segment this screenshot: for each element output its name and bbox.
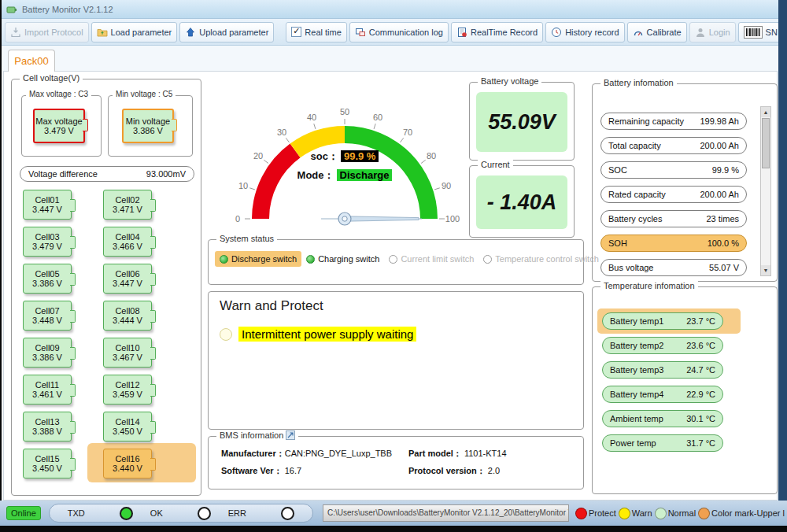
history-record-button[interactable]: History record [545,22,624,42]
cell-name: Cell13 [35,417,59,427]
scroll-down-icon[interactable]: ▼ [761,265,770,275]
temp-battery-temp2[interactable]: Battery temp223.6 °C [602,337,723,354]
tab-pack00[interactable]: Pack00 [8,50,55,72]
realtime-record-button[interactable]: RealTime Record [451,22,543,42]
cell-button-07[interactable]: Cell073.448 V [23,301,72,331]
radio-off-icon [483,255,492,264]
temp-battery-temp3[interactable]: Battery temp324.7 °C [602,361,723,379]
bms-detail-icon[interactable] [286,430,295,440]
switch-charging[interactable]: Charging switch [301,251,384,267]
switch-row: Discharge switch Charging switch Current… [215,251,604,267]
cell-button-08[interactable]: Cell083.444 V [103,301,152,331]
cell-button-13[interactable]: Cell133.388 V [23,412,72,441]
temperature-info-title: Temperature infomation [600,281,698,290]
cell-button-01[interactable]: Cell013.447 V [23,190,72,220]
legend-color-mark: Color mark-Upper l [698,508,785,519]
button-label: Login [709,28,730,37]
cell-button-16[interactable]: Cell163.440 V [103,449,152,478]
info-total-capacity[interactable]: Total capacity200.00 Ah [600,137,747,154]
scroll-up-icon[interactable]: ▲ [761,107,770,117]
temp-battery-temp4[interactable]: Battery temp422.9 °C [602,386,723,403]
legend-normal: Normal [655,508,696,519]
current-value: - 1.40A [476,175,567,229]
cell-button-04[interactable]: Cell043.466 V [103,227,152,257]
cell-name: Cell16 [115,454,139,464]
temp-value: 24.7 °C [686,365,715,375]
warn-protect-panel: Warn and Protect Intermittent power supp… [208,291,584,430]
real-time-toggle[interactable]: Real time [286,22,346,42]
info-remaining-capacity[interactable]: Remaining capacity199.98 Ah [600,113,747,130]
calibrate-gauge-icon [633,27,644,38]
info-soc[interactable]: SOC99.9 % [600,161,747,179]
temp-battery-temp1[interactable]: Battery temp123.7 °C [602,312,723,330]
gauge-needle [345,216,419,221]
gauge-tick-label: 100 [445,214,460,224]
file-path-field: C:\Users\user\Downloads\BatteryMonitor V… [323,504,569,522]
warn-row: Intermittent power supply waiting [220,327,416,342]
info-battery-cycles[interactable]: Battery cycles23 times [600,210,747,227]
cell-voltage-panel: Cell voltage(V) Max voltage : C3 Max vol… [11,79,201,496]
gauge-tick-label: 60 [373,113,382,122]
cell-voltage: 3.461 V [32,390,62,399]
sn-button[interactable]: SN [738,22,783,42]
max-voltage-value: 3.479 V [44,126,74,135]
cell-button-14[interactable]: Cell143.450 V [103,412,152,441]
soc-gauge: 0 10 20 30 40 50 60 70 80 90 100 soc：99.… [211,93,478,242]
import-icon [10,27,21,38]
max-voltage-group: Max voltage : C3 Max voltage 3.479 V [21,95,102,157]
switch-current-limit: Current limit switch [384,251,478,267]
window-left-edge [0,0,2,532]
switch-label: Charging switch [318,254,379,264]
battery-info-scrollbar[interactable]: ▲ ▼ [760,106,771,276]
cell-button-03[interactable]: Cell033.479 V [23,227,72,257]
temp-ambient[interactable]: Ambient temp30.1 °C [602,410,723,427]
cell-voltage: 3.447 V [32,205,62,214]
cell-voltage: 3.388 V [32,427,62,436]
radio-on-icon [220,255,228,264]
temp-power[interactable]: Power temp31.7 °C [602,434,723,452]
cell-name: Cell08 [115,306,139,316]
cell-button-05[interactable]: Cell053.386 V [23,264,72,294]
cell-button-11[interactable]: Cell113.461 V [23,375,72,405]
gauge-tick-label: 50 [340,107,349,116]
cell-button-15[interactable]: Cell153.450 V [23,449,72,478]
warn-color-icon [619,508,630,519]
txd-status: TXD [68,507,133,520]
colormark-color-icon [698,508,710,519]
ok-label: OK [150,508,163,518]
cell-button-09[interactable]: Cell093.386 V [23,338,72,368]
calibrate-button[interactable]: Calibrate [627,22,687,42]
window-right-edge [778,0,787,501]
current-title: Current [478,160,513,169]
cell-voltage: 3.386 V [32,353,62,362]
err-status: ERR [228,507,294,520]
switch-discharge[interactable]: Discharge switch [215,251,301,267]
battery-info-title: Battery infomation [600,78,677,87]
switch-label: Current limit switch [401,254,474,264]
temp-label: Battery temp1 [610,316,663,326]
bms-info-title: BMS information [216,430,298,440]
scroll-thumb[interactable] [762,118,770,168]
cell-button-06[interactable]: Cell063.447 V [103,264,152,294]
communication-log-button[interactable]: Communication log [349,22,449,42]
temperature-info-panel: Temperature infomation Battery temp123.7… [592,286,778,494]
temp-value: 23.6 °C [686,341,715,350]
max-voltage-button[interactable]: Max voltage 3.479 V [33,109,85,143]
min-voltage-button[interactable]: Min voltage 3.386 V [122,109,174,143]
system-status-title: System status [216,234,277,243]
info-bus-voltage[interactable]: Bus voltage55.07 V [600,259,747,276]
info-soh[interactable]: SOH100.0 % [600,235,747,252]
ok-status: OK [150,507,211,520]
load-parameter-button[interactable]: Load parameter [91,22,178,42]
battery-voltage-title: Battery voltage [478,76,541,86]
cell-button-10[interactable]: Cell103.467 V [103,338,152,368]
upload-parameter-button[interactable]: Upload parameter [179,22,274,42]
cell-button-02[interactable]: Cell023.471 V [103,190,152,220]
cell-button-12[interactable]: Cell123.459 V [103,375,152,405]
title-bar: Battery Monitor V2.1.12 [0,0,787,19]
info-rated-capacity[interactable]: Rated capacity200.00 Ah [600,186,747,203]
gauge-tick-label: 30 [277,127,286,137]
cell-name: Cell04 [115,232,139,242]
info-label: SOC [608,165,627,175]
soc-gauge-dial: 0 10 20 30 40 50 60 70 80 90 100 [211,93,478,242]
